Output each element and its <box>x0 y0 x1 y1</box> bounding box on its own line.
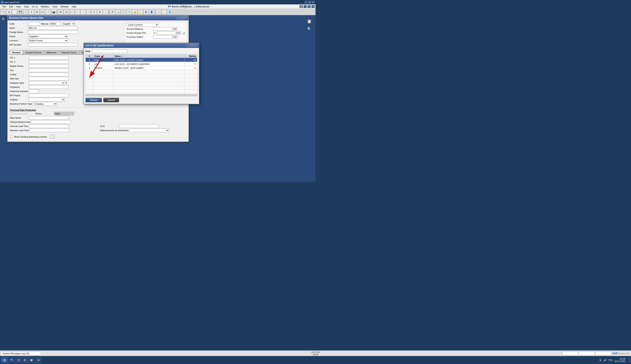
qc-row-3[interactable]: 3 Medium Medium score - good supplier 5 <box>86 66 197 70</box>
app-max[interactable]: ❐ <box>308 5 311 8</box>
menu-view[interactable]: View <box>14 5 22 8</box>
menu-goto[interactable]: Go To <box>30 5 39 8</box>
toolbar-prev[interactable]: ← <box>75 10 80 14</box>
menu-help[interactable]: Help <box>70 5 78 8</box>
code-type-select[interactable]: Supplier <box>61 22 75 26</box>
bp-close[interactable]: ✕ <box>184 16 187 19</box>
block-sending-btn[interactable]: ··· <box>50 135 55 139</box>
toolbar-next[interactable]: → <box>80 10 86 14</box>
currency-select[interactable]: British Pound <box>28 39 68 42</box>
code-type-input[interactable] <box>28 22 40 26</box>
shipping-select[interactable] <box>29 81 65 85</box>
toolbar-more5[interactable]: 🔔 <box>132 10 138 14</box>
toolbar-first[interactable]: |← <box>69 10 74 14</box>
gln-input[interactable] <box>119 124 159 128</box>
menu-window[interactable]: Window <box>59 5 70 8</box>
toolbar-filter[interactable]: ▼ <box>97 10 102 14</box>
toolbar-ext1[interactable]: ↗ <box>156 10 161 14</box>
app-minimize[interactable]: ▦ <box>300 5 303 8</box>
toolbar-more3[interactable]: 💬 <box>121 10 126 14</box>
tab-general[interactable]: General <box>10 50 22 54</box>
toolbar-print[interactable]: 🖨 <box>6 10 12 14</box>
factoring-input[interactable] <box>29 90 39 93</box>
fax-input[interactable] <box>29 68 69 72</box>
vat-input[interactable] <box>28 43 78 46</box>
clipboard-icon[interactable]: 📋 <box>307 19 312 24</box>
tab-payment-terms[interactable]: Payment Terms <box>59 50 79 54</box>
tab-addresses[interactable]: Addresses <box>44 50 59 54</box>
menu-modules[interactable]: Modules <box>39 5 51 8</box>
toolbar-pdf[interactable]: PDF <box>40 10 45 14</box>
tel1-input[interactable] <box>29 56 69 60</box>
app-restore[interactable]: ─ <box>304 5 307 8</box>
menu-data[interactable]: Data <box>22 5 30 8</box>
natural-person-checkbox[interactable] <box>10 112 12 115</box>
toolbar-last[interactable]: →| <box>86 10 91 14</box>
restore-btn[interactable]: ❐ <box>308 1 311 4</box>
internal-lead-input[interactable] <box>29 124 69 128</box>
col-rating[interactable]: Rating <box>184 54 197 58</box>
purchase-orders-input[interactable] <box>153 35 177 39</box>
industry-select[interactable] <box>29 98 65 102</box>
app-close[interactable]: ✕ <box>312 5 315 8</box>
menu-file[interactable]: File <box>1 5 8 8</box>
toolbar-save[interactable]: 💾 <box>18 10 23 14</box>
toolbar-preview[interactable]: 📄 <box>12 10 17 14</box>
foreign-name-input[interactable] <box>28 30 78 34</box>
name-input[interactable] <box>28 26 78 30</box>
sidebar-magnify[interactable]: 🔍 <box>1 17 6 22</box>
mobile-input[interactable] <box>29 64 69 68</box>
toolbar-ext3[interactable]: 🌐 <box>167 10 172 14</box>
menu-edit[interactable]: Edit <box>8 5 14 8</box>
default-priority-select[interactable] <box>129 128 169 132</box>
choose-btn[interactable]: Choose <box>86 98 102 102</box>
toolbar-doc[interactable]: 📋 <box>23 10 28 14</box>
qc-row-2[interactable]: 2 Low Low score - just started cooperati… <box>86 62 197 66</box>
toolbar-sort[interactable]: ↕ <box>103 10 108 14</box>
qc-minimize[interactable]: ─ <box>187 44 190 47</box>
bp-minimize[interactable]: ─ <box>176 16 180 19</box>
qc-row-1[interactable]: 1 High High score - excelent supplier 10 <box>86 58 197 62</box>
qc-restore[interactable]: ❐ <box>190 44 194 47</box>
bp-project-input[interactable] <box>29 94 69 97</box>
block-sending-checkbox[interactable] <box>10 136 12 138</box>
toolbar-more6[interactable]: 📁 <box>138 10 143 14</box>
toolbar-user[interactable]: 👤 <box>149 10 154 14</box>
group-select[interactable]: Suppliers <box>28 34 68 38</box>
qc-scrollbar[interactable] <box>86 94 197 96</box>
col-name[interactable]: Name ↗ <box>114 54 184 58</box>
toolbar-ext2[interactable]: 📈 <box>162 10 167 14</box>
right-search-icon[interactable]: 🔍 <box>307 27 312 31</box>
bp-restore[interactable]: ❐ <box>180 16 183 19</box>
email-input[interactable] <box>29 73 69 76</box>
tel2-input[interactable] <box>29 60 69 64</box>
toolbar-nav1[interactable]: ↕ <box>46 10 51 14</box>
toolbar-browse[interactable]: ⊞ <box>58 10 63 14</box>
default-delivery-input[interactable] <box>31 120 71 124</box>
cancel-btn[interactable]: Cancel <box>104 98 119 102</box>
toolbar-more2[interactable]: 📊 <box>116 10 120 14</box>
toolbar-cam[interactable]: 📷 <box>51 10 56 14</box>
close-btn[interactable]: ✕ <box>312 1 315 4</box>
tab-contacts[interactable]: Contact Persons <box>23 50 44 54</box>
toolbar-x[interactable]: ✕ <box>29 10 34 14</box>
qc-close[interactable]: ✕ <box>194 44 197 47</box>
account-balance-input[interactable] <box>153 27 177 31</box>
qc-find-input[interactable] <box>92 50 128 53</box>
website-input[interactable] <box>29 77 69 80</box>
toolbar-refresh[interactable]: ↻ <box>92 10 97 14</box>
toolbar-search[interactable]: 🔍 <box>1 10 6 14</box>
receive-lead-input[interactable] <box>30 128 70 132</box>
bp-type-select[interactable]: Company <box>33 102 57 106</box>
toolbar-word[interactable]: W <box>34 10 40 14</box>
toolbar-more1[interactable]: ⚙ <box>110 10 115 14</box>
toolbar-browse2[interactable]: ⊟ <box>64 10 69 14</box>
menu-tools[interactable]: Tools <box>51 5 59 8</box>
goods-receipt-input[interactable] <box>157 31 181 35</box>
password-input[interactable] <box>29 85 69 89</box>
toolbar-calc[interactable]: 🖩 <box>143 10 148 14</box>
toolbar-more4[interactable]: 📎 <box>126 10 132 14</box>
col-num[interactable]: # <box>86 54 93 58</box>
alias-input[interactable] <box>29 116 69 120</box>
currency-mode-select[interactable]: Local Currency <box>126 23 158 26</box>
